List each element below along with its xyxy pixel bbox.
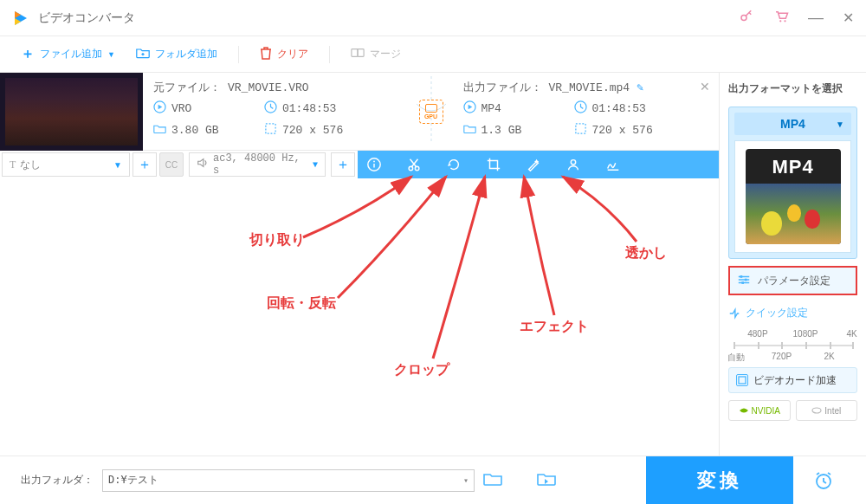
resolution-slider[interactable]: 480P 1080P 4K 自動 720P 2K bbox=[730, 331, 856, 360]
output-duration: 01:48:53 bbox=[592, 102, 646, 115]
file-row: 元ファイル： VR_MOVIE.VRO VRO 01:48:53 3.80 GB… bbox=[0, 73, 719, 151]
rotate-icon[interactable] bbox=[446, 157, 462, 172]
subtitle-icon: T bbox=[10, 158, 16, 171]
annotation-rotate: 回転・反転 bbox=[267, 294, 336, 313]
output-folder-label: 出力フォルダ： bbox=[21, 473, 94, 488]
res-2k: 2K bbox=[824, 352, 834, 361]
cut-icon[interactable] bbox=[406, 157, 422, 172]
sign-icon[interactable] bbox=[605, 157, 621, 172]
folder-icon bbox=[153, 123, 166, 138]
add-audio-button[interactable]: ＋ bbox=[331, 152, 355, 177]
chip-icon bbox=[736, 374, 748, 386]
chevron-down-icon: ▼ bbox=[313, 160, 318, 170]
source-resolution: 720 x 576 bbox=[282, 124, 343, 137]
open-folder-icon[interactable] bbox=[537, 471, 556, 489]
parameter-settings-button[interactable]: パラメータ設定 bbox=[728, 266, 857, 295]
output-info: 出力ファイル： VR_MOVIE.mp4 ✎ MP4 01:48:53 1.3 … bbox=[453, 73, 720, 150]
merge-button[interactable]: マージ bbox=[351, 47, 401, 61]
app-title: ビデオコンバータ bbox=[38, 10, 135, 26]
minimize-icon[interactable]: — bbox=[808, 9, 824, 27]
svg-point-1 bbox=[779, 20, 781, 22]
bottom-bar: 出力フォルダ： D:¥テスト▾ 変換 bbox=[0, 456, 866, 504]
svg-point-20 bbox=[812, 408, 821, 413]
subtitle-value: なし bbox=[20, 158, 41, 172]
clock-icon bbox=[574, 100, 587, 117]
res-720p: 720P bbox=[772, 352, 792, 361]
svg-rect-4 bbox=[358, 49, 364, 57]
chevron-down-icon: ▼ bbox=[113, 160, 122, 170]
param-label: パラメータ設定 bbox=[758, 274, 830, 288]
info-icon[interactable] bbox=[366, 157, 382, 172]
gpu-accel-toggle[interactable]: ビデオカード加速 bbox=[728, 367, 857, 393]
effect-icon[interactable] bbox=[526, 157, 541, 172]
edit-filename-icon[interactable]: ✎ bbox=[637, 81, 643, 94]
separator bbox=[329, 46, 330, 63]
play-icon bbox=[463, 100, 476, 117]
output-path: D:¥テスト bbox=[108, 473, 158, 488]
res-4k: 4K bbox=[847, 329, 857, 339]
svg-rect-19 bbox=[739, 377, 746, 384]
alarm-icon[interactable] bbox=[802, 470, 845, 491]
clock-icon bbox=[264, 100, 277, 117]
trash-icon bbox=[260, 46, 272, 62]
quick-settings-title: クイック設定 bbox=[728, 306, 857, 320]
output-folder-input[interactable]: D:¥テスト▾ bbox=[102, 469, 475, 492]
svg-rect-17 bbox=[745, 278, 747, 281]
annotation-crop: クロップ bbox=[394, 361, 449, 379]
res-480p: 480P bbox=[747, 329, 767, 339]
cart-icon[interactable] bbox=[773, 9, 789, 27]
add-folder-label: フォルダ追加 bbox=[155, 47, 217, 61]
svg-rect-7 bbox=[266, 124, 275, 133]
cc-icon[interactable]: CC bbox=[159, 152, 184, 177]
source-file-label: 元ファイル： bbox=[153, 80, 221, 95]
edit-toolstrip: T なし ▼ ＋ CC ac3, 48000 Hz, s ▼ ＋ bbox=[0, 151, 719, 178]
add-folder-button[interactable]: フォルダ追加 bbox=[136, 47, 217, 61]
source-size: 3.80 GB bbox=[171, 124, 219, 137]
audio-track-select[interactable]: ac3, 48000 Hz, s ▼ bbox=[189, 152, 326, 177]
output-file-name: VR_MOVIE.mp4 bbox=[549, 81, 630, 94]
key-icon[interactable] bbox=[739, 9, 754, 27]
format-card-label: MP4 bbox=[746, 156, 841, 178]
convert-button[interactable]: 変換 bbox=[646, 456, 793, 505]
video-thumbnail[interactable] bbox=[0, 73, 143, 151]
format-preview[interactable]: MP4 bbox=[734, 140, 851, 253]
svg-rect-10 bbox=[575, 124, 585, 133]
crop-icon[interactable] bbox=[486, 157, 501, 172]
add-subtitle-button[interactable]: ＋ bbox=[132, 152, 157, 177]
browse-folder-icon[interactable] bbox=[483, 471, 502, 489]
svg-point-0 bbox=[741, 16, 746, 21]
folder-plus-icon bbox=[136, 47, 150, 61]
output-file-label: 出力ファイル： bbox=[463, 80, 542, 95]
res-1080p: 1080P bbox=[793, 329, 818, 339]
format-panel: MP4▼ MP4 bbox=[728, 107, 857, 259]
add-file-label: ファイル追加 bbox=[40, 47, 102, 61]
audio-value: ac3, 48000 Hz, s bbox=[213, 152, 313, 177]
main-toolbar: ＋ ファイル追加 ▼ フォルダ追加 クリア マージ bbox=[0, 36, 866, 73]
dimensions-icon bbox=[264, 122, 277, 139]
speaker-icon bbox=[197, 157, 209, 172]
quick-label: クイック設定 bbox=[746, 306, 808, 320]
svg-point-2 bbox=[784, 20, 785, 22]
annotation-watermark: 透かし bbox=[625, 244, 667, 262]
clear-label: クリア bbox=[277, 47, 308, 61]
svg-rect-16 bbox=[740, 275, 743, 278]
titlebar: ビデオコンバータ — ✕ bbox=[0, 0, 866, 36]
app-logo-icon bbox=[12, 10, 29, 27]
watermark-icon[interactable] bbox=[565, 157, 581, 172]
add-file-button[interactable]: ＋ ファイル追加 ▼ bbox=[21, 45, 115, 63]
clear-button[interactable]: クリア bbox=[260, 46, 308, 62]
dimensions-icon bbox=[574, 122, 587, 139]
svg-point-15 bbox=[571, 160, 575, 165]
format-dropdown[interactable]: MP4▼ bbox=[734, 113, 851, 135]
output-sidebar: 出力フォーマットを選択 MP4▼ MP4 パラメータ設定 クイック設定 480P… bbox=[719, 73, 866, 456]
output-format: MP4 bbox=[481, 102, 501, 115]
chevron-down-icon: ▼ bbox=[836, 120, 844, 129]
close-icon[interactable]: ✕ bbox=[843, 10, 854, 26]
plus-icon: ＋ bbox=[21, 45, 35, 63]
subtitle-select[interactable]: T なし ▼ bbox=[2, 152, 130, 177]
remove-file-icon[interactable]: ✕ bbox=[700, 80, 710, 94]
svg-rect-3 bbox=[352, 49, 358, 57]
conversion-divider: GPU bbox=[410, 73, 453, 150]
nvidia-label: NVIDIA bbox=[752, 406, 780, 416]
chevron-down-icon: ▼ bbox=[107, 50, 115, 59]
